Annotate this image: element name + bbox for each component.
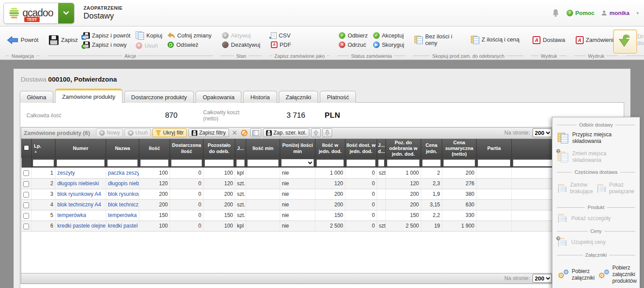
- row-checkbox[interactable]: [23, 192, 29, 198]
- tab-historia[interactable]: Historia: [243, 91, 277, 103]
- save-filters-button[interactable]: Zapisz filtry: [189, 128, 229, 137]
- table-row[interactable]: 5temperówkatemperówka1500150szt.nie15001…: [22, 210, 555, 221]
- undo-changes-button[interactable]: Cofnij zmiany: [166, 32, 213, 39]
- deactivate-button[interactable]: ✕ Dezaktywuj: [221, 41, 261, 49]
- delete-button[interactable]: ✕ Usuń: [134, 42, 163, 49]
- side-action-uzupełnij-ceny[interactable]: ?Uzupełnij ceny: [558, 238, 634, 247]
- table-row[interactable]: 1zeszytypaczka zeszy1000100kplnie1 0000s…: [22, 168, 555, 178]
- column-header[interactable]: Poniżej ilości min: [280, 139, 315, 158]
- table-row[interactable]: 2długopis niebieskidługopis nieb1200120s…: [22, 178, 555, 189]
- tab-opakowania[interactable]: Opakowania: [196, 91, 241, 103]
- column-header[interactable]: Pozostało do odeb.: [204, 139, 235, 158]
- copy-with-qty-price-button[interactable]: Z ilością i ceną: [470, 35, 523, 45]
- filter-input[interactable]: [33, 160, 54, 166]
- side-action-pokaż-szczegóły[interactable]: Pokaż szczegóły: [558, 214, 634, 223]
- column-header[interactable]: Ilość: [139, 139, 170, 158]
- notifications-bell-icon[interactable]: [552, 9, 559, 17]
- filter-input[interactable]: [347, 160, 375, 166]
- export-csv-button[interactable]: CSV: [270, 32, 292, 39]
- reject-button[interactable]: ✕ Odrzuć: [337, 41, 369, 49]
- filter-input[interactable]: [57, 160, 104, 166]
- column-header[interactable]: Cena sumaryczna (netto): [442, 139, 477, 158]
- tab-główna[interactable]: Główna: [20, 91, 53, 103]
- reset-button[interactable]: [241, 130, 248, 136]
- column-header[interactable]: Partia: [477, 139, 512, 158]
- side-action-zmień-miejsca-składowania[interactable]: ?Zmień miejsca składowania: [558, 150, 634, 164]
- save-button[interactable]: Zapisz: [48, 35, 79, 45]
- back-button[interactable]: Powrót: [6, 35, 40, 45]
- column-header[interactable]: Ilość dost. w jedn. dod.: [345, 139, 377, 158]
- side-action-przypisz-miejsca-składowania[interactable]: Przypisz miejsca składowania: [558, 131, 634, 145]
- tab-zamówione-produkty[interactable]: Zamówione produkty: [55, 89, 122, 103]
- side-action-pokaż-powiązane[interactable]: Pokaż powiązane: [597, 182, 634, 195]
- refresh-button[interactable]: Odśwież: [166, 41, 213, 49]
- correct-button[interactable]: ▶ Skoryguj: [372, 41, 406, 49]
- side-action-pobierz-załączniki-produktów[interactable]: ⚙⚙Pobierz załączniki produktów: [598, 265, 637, 284]
- column-header[interactable]: Poz. do odebrania w jedn. dod.: [386, 139, 421, 158]
- grid-new-button[interactable]: + Nowy: [96, 128, 123, 137]
- table-row[interactable]: 4blok techniczny A4blok technicz2000200s…: [22, 199, 555, 210]
- filter-input[interactable]: [513, 160, 553, 166]
- filter-input[interactable]: [205, 160, 233, 166]
- per-page-select[interactable]: 200: [533, 128, 552, 137]
- filter-input[interactable]: [107, 160, 137, 166]
- tab-dostarczone-produkty[interactable]: Dostarczone produkty: [124, 91, 194, 103]
- receive-button[interactable]: ✓ Odbierz: [337, 32, 369, 39]
- save-and-back-button[interactable]: ◀ Zapisz i powrót: [82, 32, 132, 39]
- export-pdf-button[interactable]: A PDF: [270, 41, 292, 49]
- print-order-button[interactable]: A Zamówienie: [574, 36, 618, 45]
- tab-płatność[interactable]: Płatność: [320, 91, 356, 103]
- column-header[interactable]: J... d...: [377, 139, 386, 158]
- menu-dropdown-button[interactable]: [58, 3, 74, 23]
- accept-button[interactable]: ✓ Akceptuj: [372, 32, 406, 39]
- column-header[interactable]: Cena jedn.: [421, 139, 442, 158]
- filter-input[interactable]: [422, 160, 440, 166]
- column-header[interactable]: J...: [235, 139, 246, 158]
- filter-input[interactable]: [387, 160, 419, 166]
- column-header[interactable]: Ilość min: [246, 139, 280, 158]
- select-all-cell[interactable]: [22, 139, 32, 158]
- row-checkbox[interactable]: [23, 170, 29, 176]
- save-column-width-button[interactable]: Zap. szer. kol.: [263, 128, 310, 137]
- select-all-checkbox[interactable]: [24, 145, 29, 150]
- column-header[interactable]: Dostarczona ilość: [170, 139, 204, 158]
- column-header[interactable]: Ilość w jedn. dod.: [315, 139, 345, 158]
- hide-filter-button[interactable]: Ukryj filtr: [152, 128, 187, 137]
- filter-input[interactable]: [171, 160, 202, 166]
- column-header[interactable]: Lp.▲: [32, 139, 56, 158]
- column-header[interactable]: Numer: [56, 139, 106, 158]
- grid-delete-button[interactable]: ✕ Usuń: [125, 128, 151, 137]
- filter-input[interactable]: [317, 160, 344, 166]
- save-and-new-button[interactable]: + Zapisz i nowy: [82, 41, 132, 49]
- filter-input[interactable]: [237, 160, 244, 166]
- filter-select[interactable]: [281, 159, 314, 166]
- side-action-pobierz-załączniki[interactable]: ⚙⚙Pobierz załączniki: [558, 265, 595, 284]
- move-down-button[interactable]: [322, 128, 332, 137]
- user-caret-icon[interactable]: ▾: [637, 11, 639, 15]
- tab-załączniki[interactable]: Załączniki: [279, 91, 318, 103]
- copy-without-qty-price-button[interactable]: Bez ilości i ceny: [413, 33, 467, 47]
- filter-input[interactable]: [378, 160, 384, 166]
- table-row[interactable]: 3blok rysunkowy A4blok rysunkow2000200sz…: [22, 189, 555, 199]
- copy-button[interactable]: Kopiuj: [134, 31, 163, 40]
- panel-toggle-button[interactable]: [613, 30, 637, 53]
- table-row[interactable]: 6kredki pastele olejnekredki pastel10001…: [22, 221, 555, 231]
- activate-button[interactable]: ✓ Aktywuj: [221, 32, 261, 39]
- columns-button[interactable]: [250, 128, 261, 137]
- row-checkbox[interactable]: [23, 213, 29, 219]
- user-menu[interactable]: monika: [601, 10, 629, 16]
- filter-input[interactable]: [478, 160, 510, 166]
- row-checkbox[interactable]: [23, 202, 29, 208]
- move-up-button[interactable]: [311, 128, 321, 137]
- row-checkbox[interactable]: [23, 181, 29, 187]
- column-header[interactable]: Nazwa: [106, 139, 139, 158]
- clear-filters-button[interactable]: ✕: [231, 129, 239, 136]
- help-link[interactable]: ? Pomoc: [566, 10, 594, 16]
- filter-input[interactable]: [248, 160, 278, 166]
- side-action-zamów-brakujące[interactable]: Zamów brakujące: [558, 182, 593, 195]
- filter-input[interactable]: [141, 160, 168, 166]
- filter-input[interactable]: [444, 160, 475, 166]
- column-header[interactable]: [512, 139, 555, 158]
- print-delivery-button[interactable]: A Dostawa: [531, 36, 566, 45]
- per-page-select-bottom[interactable]: 200: [533, 274, 552, 283]
